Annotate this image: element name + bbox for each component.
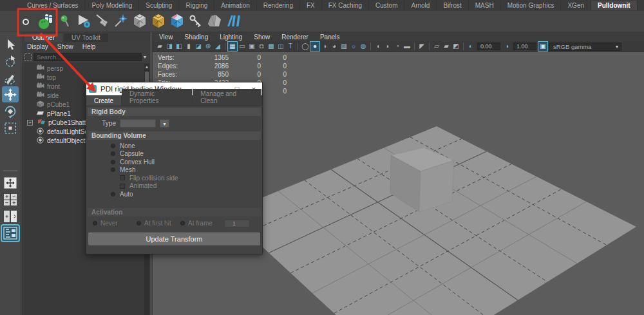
safe-action-icon[interactable]: ◫ xyxy=(276,42,285,51)
exposure-field[interactable]: 0.00 xyxy=(477,43,500,50)
radio-row-mesh[interactable]: Mesh xyxy=(86,166,262,175)
shelf-tab-animation[interactable]: Animation xyxy=(214,1,256,10)
outliner-persp-layout[interactable] xyxy=(2,225,19,241)
outliner-menu-help[interactable]: Help xyxy=(82,43,96,50)
viewport-settings-icon[interactable]: ▬ xyxy=(402,42,412,51)
view-transform-icon[interactable]: ▣ xyxy=(538,42,547,51)
outliner-menu-show[interactable]: Show xyxy=(57,43,73,50)
shelf-tab-rigging[interactable]: Rigging xyxy=(179,1,214,10)
two-pane-layout[interactable] xyxy=(2,209,19,224)
gamma-field[interactable]: 1.00 xyxy=(513,43,536,50)
viewport-menu-shading[interactable]: Shading xyxy=(185,33,209,41)
radio-icon[interactable] xyxy=(137,221,141,225)
xray-joints-icon[interactable]: ◗ xyxy=(383,42,392,51)
update-transform-button[interactable]: Update Transform xyxy=(88,233,260,245)
use-default-material-icon[interactable]: ◕ xyxy=(330,42,339,51)
pan-zoom-icon[interactable]: ⊕ xyxy=(204,42,213,51)
key-icon[interactable] xyxy=(187,13,204,30)
scale-tool[interactable] xyxy=(2,120,19,136)
check-row-animated[interactable]: Animated xyxy=(86,182,262,191)
image-plane-icon[interactable]: ◪ xyxy=(194,42,203,51)
search-input[interactable] xyxy=(33,53,142,61)
viewport-menu-lighting[interactable]: Lighting xyxy=(220,33,242,41)
dialog-tab-dynamic-properties[interactable]: Dynamic Properties xyxy=(122,89,192,106)
gamma-icon[interactable]: ◑ xyxy=(502,42,511,51)
exposure-icon[interactable]: ◐ xyxy=(466,42,475,51)
lasso-select-tool[interactable] xyxy=(2,53,19,69)
radio-row-capsule[interactable]: Capsule xyxy=(86,150,262,158)
dialog-tab-manage-and-clean[interactable]: Manage and Clean xyxy=(193,89,261,106)
activation-option-at-frame[interactable]: At frame xyxy=(180,220,220,227)
select-tool[interactable] xyxy=(2,36,19,52)
play-simulation-gear-icon[interactable] xyxy=(75,13,92,30)
rotate-tool[interactable] xyxy=(2,103,19,119)
search-dropdown-icon[interactable]: ▾ xyxy=(144,54,147,60)
shatter-cube-gold-icon[interactable] xyxy=(150,13,167,30)
bowling-pins-icon[interactable] xyxy=(38,13,55,30)
expand-icon[interactable]: + xyxy=(27,120,33,126)
outliner-tab-uv-toolkit[interactable]: UV Toolkit xyxy=(64,33,108,42)
wireframe-icon[interactable]: ◯ xyxy=(301,42,310,51)
occlusion-icon[interactable]: ◔ xyxy=(393,42,402,51)
shelf-tab-rendering[interactable]: Rendering xyxy=(257,1,300,10)
isolate-select-icon[interactable]: ◤ xyxy=(417,42,426,51)
radio-row-auto[interactable]: Auto xyxy=(86,190,262,198)
shatter-cube-grey-icon[interactable] xyxy=(131,13,148,30)
radio-row-convex-hull[interactable]: Convex Hull xyxy=(86,158,262,166)
radio-icon[interactable] xyxy=(111,144,115,148)
shadows-icon[interactable]: ◍ xyxy=(359,42,368,51)
grease-pencil-icon[interactable]: ◢ xyxy=(213,42,222,51)
pulldownit-logo-icon[interactable] xyxy=(225,13,242,30)
field-chart-icon[interactable]: ▩ xyxy=(267,42,276,51)
shelf-tab-custom[interactable]: Custom xyxy=(369,1,404,10)
radio-icon[interactable] xyxy=(111,192,115,196)
outliner-item-persp[interactable]: persp xyxy=(22,64,144,73)
checker-icon[interactable]: ▨ xyxy=(339,42,348,51)
type-dropdown-arrow-icon[interactable]: ▾ xyxy=(160,119,169,128)
green-pin-icon[interactable] xyxy=(57,13,73,30)
select-camera-icon[interactable]: ▰ xyxy=(155,42,164,51)
safe-title-icon[interactable]: T xyxy=(286,42,295,51)
viewport-menu-renderer[interactable]: Renderer xyxy=(281,33,308,41)
radio-icon[interactable] xyxy=(93,221,97,225)
shatter-cube-blue-icon[interactable] xyxy=(169,13,185,30)
frame-all-icon[interactable]: ▱ xyxy=(432,42,441,51)
check-row-flip-collision-side[interactable]: Flip collision side xyxy=(86,174,262,182)
shelf-tab-poly-modeling[interactable]: Poly Modeling xyxy=(85,1,139,10)
type-select[interactable] xyxy=(120,119,156,128)
radio-icon[interactable] xyxy=(180,221,185,225)
move-tool[interactable] xyxy=(2,86,19,102)
paint-select-tool[interactable] xyxy=(2,70,19,86)
radio-icon[interactable] xyxy=(111,160,115,164)
single-pane-layout[interactable] xyxy=(2,175,19,191)
all-lights-icon[interactable]: ☼ xyxy=(349,42,358,51)
activation-option-at-first-hit[interactable]: At first hit xyxy=(137,220,176,227)
radio-icon[interactable] xyxy=(111,151,115,156)
camera-attributes-icon[interactable]: ◧ xyxy=(175,42,184,51)
bookmark-icon[interactable]: ▮ xyxy=(184,42,193,51)
shelf-tab-sculpting[interactable]: Sculpting xyxy=(139,1,179,10)
outliner-menu-display[interactable]: Display xyxy=(27,43,48,50)
film-gate-icon[interactable]: ▭ xyxy=(238,42,247,51)
radio-icon[interactable] xyxy=(111,167,115,172)
viewport-menu-view[interactable]: View xyxy=(159,33,173,41)
shelf-popup-icon[interactable] xyxy=(19,13,36,30)
checkbox-icon[interactable] xyxy=(120,184,125,189)
shelf-tab-xgen[interactable]: XGen xyxy=(561,1,591,10)
shelf-tab-curves-surfaces[interactable]: Curves / Surfaces xyxy=(21,1,85,10)
checkbox-icon[interactable] xyxy=(120,175,125,180)
shelf-tab-bifrost[interactable]: Bifrost xyxy=(437,1,468,10)
activation-option-never[interactable]: Never xyxy=(93,220,133,227)
gate-mask-icon[interactable]: ◘ xyxy=(257,42,266,51)
dialog-tab-create[interactable]: Create xyxy=(86,96,121,106)
radio-row-none[interactable]: None xyxy=(86,142,262,150)
rock-icon[interactable] xyxy=(206,13,223,30)
at-frame-field[interactable] xyxy=(224,220,250,227)
grid-icon[interactable]: ▦ xyxy=(228,42,237,51)
outliner-item-top[interactable]: top xyxy=(22,73,144,82)
image-plane-toggle-icon[interactable]: ◩ xyxy=(451,42,460,51)
shelf-tab-mash[interactable]: MASH xyxy=(469,1,501,10)
shelf-tab-arnold[interactable]: Arnold xyxy=(404,1,437,10)
outliner-tab-outliner[interactable]: Outliner xyxy=(24,33,62,42)
resolution-gate-icon[interactable]: ▣ xyxy=(247,42,256,51)
